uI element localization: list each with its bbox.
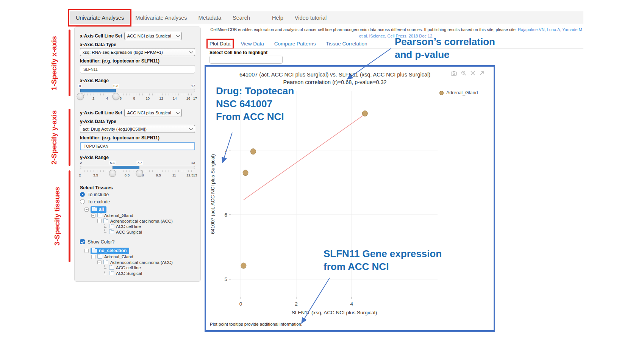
y-axis-range-slider[interactable]: 23.556.589.51112.513 5.17.7213 bbox=[80, 161, 195, 178]
step3-label: 3-Specify tissues bbox=[53, 184, 61, 248]
tissue-exclude-radio[interactable]: To exclude bbox=[80, 198, 195, 205]
tree-collapse-icon[interactable] bbox=[84, 249, 89, 253]
x-cell-line-set-label: x-Axis Cell Line Set bbox=[80, 33, 122, 39]
slider-tick-label: 9.5 bbox=[156, 173, 161, 177]
tree1-root-all[interactable]: all bbox=[80, 206, 195, 213]
tree2-item-acc-cell-line[interactable]: ACC cell line bbox=[80, 265, 195, 271]
slider-tick-label: 13 bbox=[193, 173, 197, 177]
slider-value-label: 5.3 bbox=[113, 84, 119, 88]
plot-footer-note: Plot point tooltips provide additional i… bbox=[210, 322, 302, 326]
chevron-down-icon bbox=[189, 126, 193, 130]
plot-title: 641007 (act, ACC NCI plus Surgical) vs. … bbox=[206, 72, 464, 78]
y-range-label: y-Axis Range bbox=[80, 155, 195, 160]
tree2-item-acc-surgical[interactable]: ACC Surgical bbox=[80, 271, 195, 276]
folder-icon bbox=[103, 261, 108, 264]
x-data-type-select[interactable]: xsq: RNA-seq Expression (log2 FPKM+1) bbox=[80, 48, 195, 56]
tree1-item-acc-surgical[interactable]: ACC Surgical bbox=[80, 229, 195, 235]
data-point[interactable] bbox=[241, 263, 246, 268]
y-identifier-input[interactable] bbox=[80, 142, 195, 150]
tissue-include-radio[interactable]: To include bbox=[80, 191, 195, 198]
tree2-item-acc[interactable]: Adrenocortical carcinoma (ACC) bbox=[80, 260, 195, 265]
tree1-item-adrenal-gland[interactable]: Adrenal_Gland bbox=[80, 213, 195, 218]
folder-icon bbox=[92, 249, 97, 253]
y-data-type-label: y-Axis Data Type bbox=[80, 119, 195, 124]
slider-tick-label: 16 bbox=[186, 96, 191, 100]
tab-compare-patterns[interactable]: Compare Patterns bbox=[274, 41, 316, 47]
y-range-handle-low[interactable] bbox=[109, 170, 116, 177]
nav-metadata[interactable]: Metadata bbox=[193, 11, 227, 24]
camera-icon[interactable] bbox=[451, 71, 457, 76]
plot-subtitle: Pearson correlation (r)=0.68, p-value=0.… bbox=[206, 79, 464, 85]
nav-help[interactable]: Help bbox=[266, 11, 289, 24]
tree-connector bbox=[104, 224, 107, 228]
show-color-checkbox[interactable]: Show Color? bbox=[80, 239, 195, 245]
slider-tick-label: 2 bbox=[79, 173, 81, 177]
data-point[interactable] bbox=[362, 111, 367, 116]
y-axis-label: 641007 (act, ACC NCI plus Surgical) bbox=[210, 154, 216, 234]
nav-video-tutorial[interactable]: Video tutorial bbox=[289, 11, 332, 24]
tab-tissue-correlation[interactable]: Tissue Correlation bbox=[326, 41, 367, 47]
slider-tick-label: 14 bbox=[173, 96, 177, 100]
slider-value-label: 2 bbox=[80, 161, 82, 165]
tree-connector bbox=[104, 229, 107, 233]
nav-multivariate-analyses[interactable]: Multivariate Analyses bbox=[130, 11, 192, 24]
slider-tick-label: 6.5 bbox=[125, 173, 130, 177]
plot-modebar bbox=[451, 70, 485, 76]
x-range-handle-high[interactable] bbox=[113, 93, 120, 100]
close-icon[interactable] bbox=[470, 71, 475, 75]
gene-annotation: SLFN11 Gene expression from ACC NCI bbox=[324, 248, 442, 273]
tree-collapse-icon[interactable] bbox=[97, 219, 102, 223]
y-range-handle-high[interactable] bbox=[136, 170, 143, 177]
tree-collapse-icon[interactable] bbox=[91, 214, 95, 218]
slider-tick-label: 12.5 bbox=[186, 173, 194, 177]
slider-track[interactable] bbox=[80, 166, 195, 169]
x-identifier-input[interactable] bbox=[80, 65, 195, 73]
y-cell-line-set-select[interactable]: ACC NCI plus Surgical bbox=[124, 109, 182, 117]
slider-tickstrip bbox=[81, 94, 194, 95]
tab-view-data[interactable]: View Data bbox=[241, 41, 264, 47]
x-axis-range-slider[interactable]: 024681012141617 05.317 bbox=[80, 84, 195, 101]
slider-tick-label: 6 bbox=[120, 96, 122, 100]
x-range-label: x-Axis Range bbox=[80, 78, 195, 83]
slider-track[interactable] bbox=[80, 89, 195, 92]
slider-tick-labels: 024681012141617 bbox=[80, 96, 195, 101]
tree-collapse-icon[interactable] bbox=[97, 260, 102, 264]
data-point[interactable] bbox=[243, 170, 248, 176]
x-tick-label: 0 bbox=[239, 301, 242, 307]
y-data-type-select[interactable]: act: Drug Activity (-log10[IC50M]) bbox=[80, 125, 195, 133]
scatter-plot[interactable]: 024567SLFN11 (xsq, ACC NCI plus Surgical… bbox=[206, 89, 464, 326]
highlight-cell-line-input[interactable] bbox=[209, 56, 283, 64]
pearson-annotation: Pearson’s correlation and p-value bbox=[395, 36, 495, 61]
x-cell-line-set-select[interactable]: ACC NCI plus Surgical bbox=[124, 32, 182, 40]
step1-bracket bbox=[69, 30, 70, 96]
slider-fill bbox=[113, 166, 139, 169]
y-cell-line-set-label: y-Axis Cell Line Set bbox=[80, 110, 122, 115]
x-tick-label: 4 bbox=[350, 301, 353, 307]
folder-icon bbox=[109, 230, 114, 234]
chevron-down-icon bbox=[189, 50, 193, 53]
tree-connector bbox=[104, 265, 107, 269]
slider-fill bbox=[80, 89, 116, 92]
step2-label: 2-Specify y-axis bbox=[50, 105, 58, 170]
x-range-handle-low[interactable] bbox=[77, 93, 84, 100]
zoom-in-icon[interactable] bbox=[461, 70, 466, 76]
pan-arrow-icon[interactable] bbox=[479, 71, 485, 76]
nav-univariate-analyses[interactable]: Univariate Analyses bbox=[70, 11, 130, 24]
tree-collapse-icon[interactable] bbox=[84, 208, 89, 212]
tree1-item-acc-cell-line[interactable]: ACC cell line bbox=[80, 224, 195, 229]
tree-collapse-icon[interactable] bbox=[91, 255, 95, 259]
x-tick-label: 2 bbox=[295, 301, 298, 307]
top-navbar: Univariate Analyses Multivariate Analyse… bbox=[70, 11, 583, 24]
controls-panel: x-Axis Cell Line Set ACC NCI plus Surgic… bbox=[74, 27, 201, 282]
slider-tick-label: 10 bbox=[146, 96, 150, 100]
tree2-root-no-selection[interactable]: no_selection bbox=[80, 247, 195, 254]
radio-unselected-icon bbox=[80, 199, 85, 204]
folder-icon bbox=[109, 272, 114, 275]
nav-search[interactable]: Search bbox=[227, 11, 256, 24]
step2-bracket bbox=[69, 109, 70, 166]
citation-authors-link[interactable]: Rajapakse.VN, Luna.A, Yamade.M bbox=[518, 27, 582, 32]
tab-plot-data[interactable]: Plot Data bbox=[209, 41, 231, 47]
tree2-item-adrenal-gland[interactable]: Adrenal_Gland bbox=[80, 254, 195, 260]
data-point[interactable] bbox=[251, 149, 256, 154]
tree1-item-acc[interactable]: Adrenocortical carcinoma (ACC) bbox=[80, 218, 195, 224]
